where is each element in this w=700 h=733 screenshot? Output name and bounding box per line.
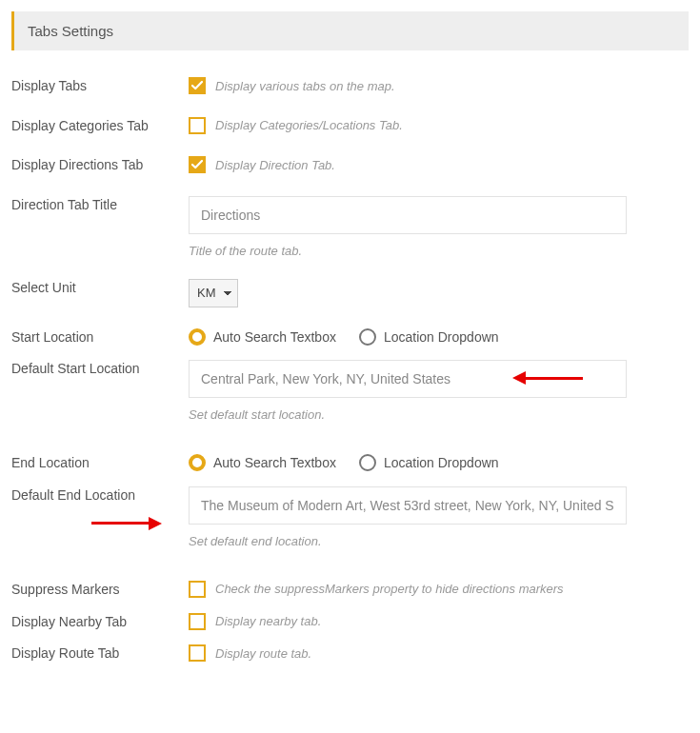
desc-display-tabs: Display various tabs on the map. [215,79,395,93]
annotation-arrow [91,517,162,530]
check-icon [191,80,203,91]
input-default-end-location[interactable] [189,486,627,525]
desc-display-directions-tab: Display Direction Tab. [215,158,335,172]
help-default-start-location: Set default start location. [189,407,689,422]
radio-label-start-dropdown: Location Dropdown [384,329,499,345]
label-default-end-location: Default End Location [11,486,189,505]
checkbox-display-tabs[interactable] [189,77,206,94]
label-display-directions-tab: Display Directions Tab [11,156,189,175]
label-display-nearby-tab: Display Nearby Tab [11,613,189,632]
desc-suppress-markers: Check the suppressMarkers property to hi… [215,582,564,596]
row-suppress-markers: Suppress Markers Check the suppressMarke… [11,581,689,600]
label-suppress-markers: Suppress Markers [11,581,189,600]
desc-display-route-tab: Display route tab. [215,646,311,661]
arrow-shaft [91,522,149,525]
label-default-start-location: Default Start Location [11,360,189,379]
panel-title: Tabs Settings [28,23,113,39]
label-select-unit: Select Unit [11,279,189,298]
label-display-categories-tab: Display Categories Tab [11,117,189,136]
radio-group-end-location: Auto Search Textbox Location Dropdown [189,454,689,471]
row-display-categories-tab: Display Categories Tab Display Categorie… [11,117,689,136]
radio-icon [359,454,376,471]
label-display-tabs: Display Tabs [11,77,189,96]
desc-display-nearby-tab: Display nearby tab. [215,614,321,628]
row-start-location: Start Location Auto Search Textbox Locat… [11,328,689,347]
select-unit[interactable]: KM [189,279,238,307]
label-start-location: Start Location [11,328,189,347]
radio-icon [189,454,206,471]
label-end-location: End Location [11,454,189,473]
row-display-tabs: Display Tabs Display various tabs on the… [11,77,689,96]
row-end-location: End Location Auto Search Textbox Locatio… [11,454,689,473]
help-direction-tab-title: Title of the route tab. [189,244,689,258]
input-default-start-location[interactable] [189,360,627,398]
radio-icon [359,328,376,346]
radio-start-dropdown[interactable]: Location Dropdown [359,328,499,346]
row-display-route-tab: Display Route Tab Display route tab. [11,644,689,664]
radio-label-end-auto: Auto Search Textbox [213,455,336,470]
radio-end-dropdown[interactable]: Location Dropdown [359,454,499,471]
checkbox-display-directions-tab[interactable] [189,156,206,173]
row-select-unit: Select Unit KM [11,279,689,307]
label-display-route-tab: Display Route Tab [11,644,189,664]
row-display-nearby-tab: Display Nearby Tab Display nearby tab. [11,613,689,632]
checkbox-suppress-markers[interactable] [189,581,206,598]
checkbox-display-categories-tab[interactable] [189,117,206,134]
row-default-end-location: Default End Location Set default end loc… [11,486,689,548]
input-direction-tab-title[interactable] [189,196,627,234]
row-default-start-location: Default Start Location Set default start… [11,360,689,422]
help-default-end-location: Set default end location. [189,534,689,548]
desc-display-categories-tab: Display Categories/Locations Tab. [215,118,403,132]
radio-start-auto[interactable]: Auto Search Textbox [189,328,336,346]
radio-group-start-location: Auto Search Textbox Location Dropdown [189,328,689,346]
radio-icon [189,328,206,346]
check-icon [191,159,203,170]
radio-label-start-auto: Auto Search Textbox [213,329,336,345]
arrow-head-icon [149,517,162,530]
checkbox-display-route-tab[interactable] [189,644,206,662]
row-direction-tab-title: Direction Tab Title Title of the route t… [11,196,689,258]
radio-end-auto[interactable]: Auto Search Textbox [189,454,336,471]
label-direction-tab-title: Direction Tab Title [11,196,189,215]
panel-header: Tabs Settings [11,11,689,50]
label-text-default-end-location: Default End Location [11,487,135,503]
radio-label-end-dropdown: Location Dropdown [384,455,499,470]
checkbox-display-nearby-tab[interactable] [189,613,206,630]
row-display-directions-tab: Display Directions Tab Display Direction… [11,156,689,175]
